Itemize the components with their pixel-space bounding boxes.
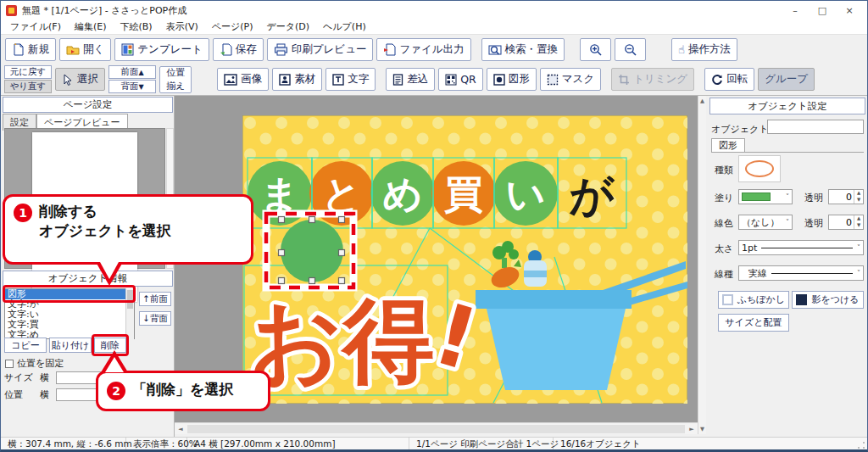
selected-shape-circle[interactable] bbox=[281, 220, 343, 282]
thickness-dropdown[interactable]: 1pt ˅ bbox=[738, 240, 864, 255]
line-type-dropdown[interactable]: 実線 ˅ bbox=[738, 265, 864, 281]
promo-text-group[interactable]: お得 ! bbox=[249, 284, 488, 393]
trim-tool-button[interactable]: トリミング bbox=[611, 68, 694, 91]
search-replace-button[interactable]: 検索・置換 bbox=[481, 38, 565, 61]
print-preview-button[interactable]: 印刷プレビュー bbox=[267, 38, 374, 61]
search-icon bbox=[488, 43, 502, 56]
menu-view[interactable]: 表示(V) bbox=[160, 20, 204, 34]
line-color-dropdown[interactable]: （なし） ˅ bbox=[738, 215, 793, 230]
shape-type-preview[interactable] bbox=[738, 155, 781, 182]
fill-transparency-spinner[interactable]: 0 ▲▼ bbox=[828, 189, 864, 204]
shape-tab[interactable]: 図形 bbox=[711, 138, 745, 153]
spin-down-icon[interactable]: ▼ bbox=[854, 197, 863, 204]
object-name-input[interactable] bbox=[767, 120, 864, 134]
fill-color-dropdown[interactable]: ˅ bbox=[738, 189, 793, 204]
status-paper-size: A4 横 [297.00mm x 210.00mm] bbox=[187, 438, 409, 450]
material-tool-button[interactable]: 素材 bbox=[272, 68, 322, 91]
menu-draft[interactable]: 下絵(B) bbox=[114, 20, 159, 34]
size-placement-button[interactable]: サイズと配置 bbox=[718, 314, 789, 332]
position-label: 位置 bbox=[4, 388, 33, 401]
menu-page[interactable]: ページ(P) bbox=[206, 20, 259, 34]
trim-tool-label: トリミング bbox=[633, 72, 687, 86]
zoom-out-icon bbox=[624, 43, 637, 56]
status-zoom-level: 表示倍率：60% bbox=[126, 438, 187, 450]
template-button[interactable]: テンプレート bbox=[114, 38, 209, 61]
paste-button[interactable]: 貼り付け bbox=[49, 338, 92, 353]
menu-help[interactable]: ヘルプ(H) bbox=[317, 20, 372, 34]
file-output-button[interactable]: ファイル出力 bbox=[376, 38, 470, 61]
select-tool-button[interactable]: 選択 bbox=[55, 68, 105, 91]
scroll-up-icon[interactable]: ▲ bbox=[698, 98, 706, 104]
letter[interactable]: い bbox=[505, 171, 545, 217]
undo-button[interactable]: 元に戻す bbox=[4, 65, 52, 79]
image-tool-label: 画像 bbox=[241, 72, 262, 86]
align-button[interactable]: 位置 揃え bbox=[159, 66, 192, 93]
send-back-button[interactable]: 背面▼ bbox=[108, 80, 156, 93]
scroll-left-icon[interactable]: ◄ bbox=[175, 426, 186, 432]
spin-up-icon[interactable]: ▲ bbox=[854, 215, 863, 222]
object-list-scrollbar[interactable] bbox=[125, 288, 134, 339]
print-preview-label: 印刷プレビュー bbox=[292, 42, 367, 57]
rotate-tool-button[interactable]: 回転 bbox=[704, 68, 754, 91]
spin-down-icon[interactable]: ▼ bbox=[854, 222, 863, 229]
promo-text[interactable]: お得 bbox=[249, 287, 435, 393]
new-button[interactable]: 新規 bbox=[5, 38, 56, 61]
minimize-button[interactable]: – bbox=[789, 5, 801, 16]
resize-grip[interactable] bbox=[857, 441, 865, 449]
main-toolbar: 新規 開く テンプレート 保存 印刷プレビュー ファイル出力 検索・置換 ☝ 操… bbox=[1, 36, 867, 63]
letter[interactable]: め bbox=[382, 171, 422, 217]
group-button[interactable]: グループ bbox=[758, 68, 815, 91]
shape-icon bbox=[493, 74, 505, 86]
scrollbar-thumb[interactable] bbox=[187, 425, 685, 433]
text-tool-label: 文字 bbox=[348, 72, 369, 86]
edge-blur-button[interactable]: ふちぼかし bbox=[718, 291, 789, 309]
open-button[interactable]: 開く bbox=[59, 38, 111, 61]
menu-bar: ファイル(F) 編集(E) 下絵(B) 表示(V) ページ(P) データ(D) … bbox=[1, 20, 867, 35]
zoom-in-icon bbox=[589, 43, 602, 56]
text-tool-button[interactable]: 文字 bbox=[326, 68, 376, 91]
fill-transparent-label: 透明 bbox=[804, 192, 823, 204]
object-list[interactable]: 図形 文字:が 文字:い 文字:買 文字:め bbox=[4, 288, 135, 339]
edge-blur-label: ふちぼかし bbox=[737, 293, 785, 306]
zoom-out-button[interactable] bbox=[615, 38, 646, 61]
scroll-right-icon[interactable]: ► bbox=[686, 426, 698, 432]
menu-data[interactable]: データ(D) bbox=[260, 20, 315, 34]
select-tool-label: 選択 bbox=[77, 72, 98, 86]
save-button-label: 保存 bbox=[236, 42, 257, 57]
pop-page[interactable]: ま と め 買 い が お得 ! bbox=[242, 115, 687, 404]
spin-up-icon[interactable]: ▲ bbox=[854, 190, 863, 197]
letter[interactable]: 買 bbox=[444, 171, 483, 217]
shape-tool-button[interactable]: 図形 bbox=[487, 68, 537, 91]
redo-button[interactable]: やり直す bbox=[4, 80, 52, 93]
menu-file[interactable]: ファイル(F) bbox=[4, 20, 67, 34]
copy-button[interactable]: コピー bbox=[4, 338, 47, 353]
scrollbar-thumb[interactable] bbox=[127, 290, 133, 309]
menu-edit[interactable]: 編集(E) bbox=[69, 20, 113, 34]
list-send-back-button[interactable]: ↓背面 bbox=[139, 311, 171, 326]
position-row: 位置 横 bbox=[4, 388, 103, 401]
canvas-horizontal-scrollbar[interactable]: ◄ ► bbox=[175, 422, 698, 434]
save-button[interactable]: 保存 bbox=[213, 38, 264, 61]
qr-tool-button[interactable]: QR bbox=[438, 68, 483, 91]
list-bring-front-button[interactable]: ↑前面 bbox=[139, 292, 171, 306]
merge-tool-button[interactable]: 差込 bbox=[386, 68, 435, 91]
template-icon bbox=[121, 43, 134, 56]
scroll-down-icon[interactable]: ▼ bbox=[698, 426, 706, 432]
maximize-button[interactable]: □ bbox=[816, 5, 828, 16]
letter[interactable]: が bbox=[569, 170, 615, 220]
image-tool-button[interactable]: 画像 bbox=[217, 68, 269, 91]
bring-front-button[interactable]: 前面▲ bbox=[108, 65, 156, 79]
close-button[interactable]: × bbox=[843, 5, 855, 16]
mask-tool-button[interactable]: マスク bbox=[540, 68, 601, 91]
fix-position-checkbox[interactable] bbox=[5, 360, 14, 368]
howto-button[interactable]: ☝ 操作方法 bbox=[671, 38, 737, 61]
new-button-label: 新規 bbox=[28, 42, 49, 57]
zoom-in-button[interactable] bbox=[580, 38, 611, 61]
line-type-value: 実線 bbox=[748, 267, 767, 280]
merge-tool-label: 差込 bbox=[407, 72, 428, 86]
howto-label: 操作方法 bbox=[688, 42, 731, 57]
right-panel-scrollbar[interactable]: ▲ ▼ bbox=[698, 96, 706, 434]
shadow-button[interactable]: 影をつける bbox=[792, 291, 864, 309]
line-transparency-spinner[interactable]: 0 ▲▼ bbox=[828, 215, 864, 230]
save-icon bbox=[220, 43, 232, 56]
